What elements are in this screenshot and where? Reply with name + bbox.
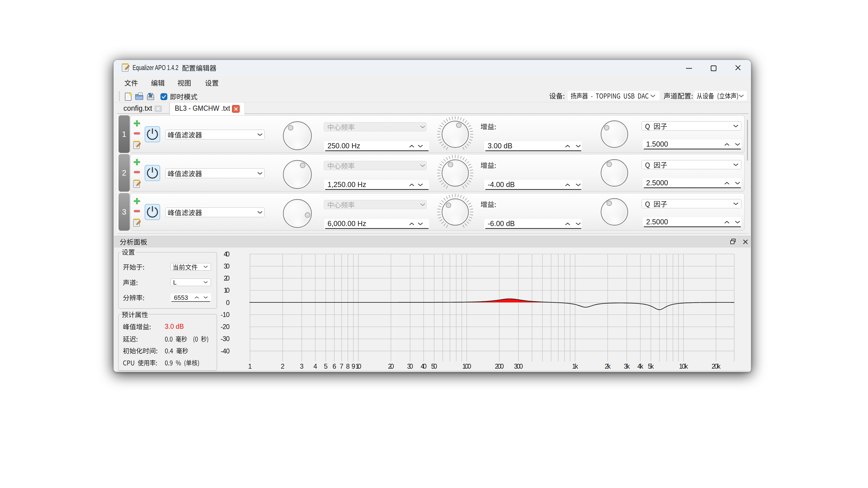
svg-text:-10: -10	[221, 311, 229, 319]
svg-text:10k: 10k	[679, 363, 688, 370]
svg-text:1k: 1k	[572, 363, 578, 370]
svg-text:30: 30	[224, 262, 229, 270]
svg-text:5k: 5k	[648, 363, 654, 370]
svg-text:20: 20	[224, 274, 229, 282]
svg-text:4: 4	[313, 363, 317, 370]
svg-text:300: 300	[514, 363, 523, 370]
svg-text:-40: -40	[221, 348, 229, 355]
svg-text:200: 200	[495, 363, 504, 370]
svg-text:3: 3	[300, 363, 304, 370]
svg-text:50: 50	[431, 363, 437, 370]
svg-text:30: 30	[407, 363, 413, 370]
svg-text:0: 0	[226, 299, 229, 306]
svg-text:6: 6	[332, 363, 336, 370]
svg-text:10: 10	[355, 363, 361, 370]
svg-text:3k: 3k	[624, 363, 630, 370]
svg-text:20k: 20k	[712, 363, 721, 370]
svg-text:9: 9	[352, 363, 355, 370]
svg-text:100: 100	[462, 363, 471, 370]
svg-text:40: 40	[224, 251, 229, 258]
svg-text:2k: 2k	[605, 363, 611, 370]
svg-text:40: 40	[421, 363, 427, 370]
svg-text:20: 20	[388, 363, 394, 370]
svg-text:-20: -20	[221, 323, 229, 330]
svg-text:10: 10	[224, 287, 229, 294]
svg-text:4k: 4k	[637, 363, 643, 370]
svg-text:5: 5	[324, 363, 328, 370]
svg-text:7: 7	[340, 363, 344, 370]
svg-text:1: 1	[248, 363, 252, 370]
svg-text:8: 8	[346, 363, 350, 370]
svg-text:2: 2	[281, 363, 284, 370]
svg-text:-30: -30	[221, 335, 229, 343]
